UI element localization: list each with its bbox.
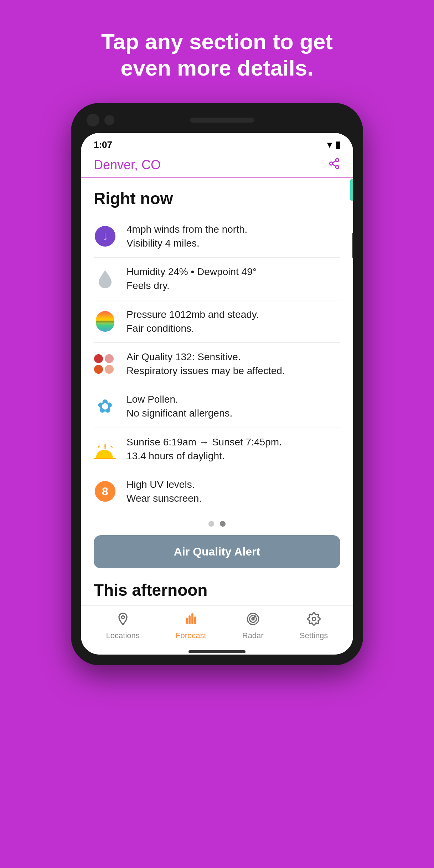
pressure-icon (96, 311, 114, 332)
pressure-text: Pressure 1012mb and steady. Fair conditi… (126, 308, 259, 335)
uv-icon-container: 8 (94, 480, 117, 503)
wind-icon: ↓ (95, 226, 115, 247)
wind-text: 4mph winds from the north. Visibility 4 … (126, 222, 247, 250)
svg-rect-9 (194, 617, 196, 624)
svg-rect-7 (188, 616, 190, 624)
sunrise-icon (94, 439, 116, 459)
locations-label: Locations (106, 631, 140, 640)
humidity-icon-container (94, 267, 117, 290)
pressure-item[interactable]: Pressure 1012mb and steady. Fair conditi… (94, 300, 340, 343)
locations-icon (116, 612, 130, 629)
air-quality-icon (94, 354, 116, 374)
air-quality-alert-button[interactable]: Air Quality Alert (94, 535, 340, 568)
side-buttons (352, 233, 353, 258)
svg-point-5 (122, 616, 124, 619)
radar-icon (246, 612, 260, 629)
sunrise-text: Sunrise 6:19am → Sunset 7:45pm. 13.4 hou… (126, 435, 282, 463)
bottom-nav: Locations Forecast (81, 605, 353, 647)
page-dots (81, 512, 353, 535)
phone-screen: 1:07 ▾ ▮ Denver, CO Right now ↓ (81, 133, 353, 655)
svg-line-3 (332, 164, 336, 166)
wind-item[interactable]: ↓ 4mph winds from the north. Visibility … (94, 215, 340, 258)
settings-icon (307, 612, 321, 629)
status-bar: 1:07 ▾ ▮ (81, 133, 353, 154)
right-now-section: Right now ↓ 4mph winds from the north. V… (81, 178, 353, 513)
page-dot-1 (208, 521, 214, 527)
location-header[interactable]: Denver, CO (81, 154, 353, 178)
svg-rect-8 (191, 614, 193, 624)
status-icons: ▾ ▮ (327, 139, 340, 150)
this-afternoon-section: This afternoon (81, 577, 353, 600)
nav-item-locations[interactable]: Locations (106, 612, 140, 640)
uv-text: High UV levels. Wear sunscreen. (126, 477, 202, 505)
pollen-icon: ✿ (97, 396, 113, 417)
phone-top-bar (81, 114, 353, 126)
home-bar (188, 650, 246, 653)
forecast-label: Forecast (176, 631, 206, 640)
page-dot-2 (220, 521, 226, 527)
air-quality-icon-container (94, 352, 117, 375)
svg-line-13 (253, 616, 256, 618)
time-display: 1:07 (94, 139, 112, 150)
scroll-indicator (350, 179, 353, 201)
nav-item-radar[interactable]: Radar (242, 612, 264, 640)
promo-text: Tap any section to get even more details… (73, 29, 361, 82)
phone-device: 1:07 ▾ ▮ Denver, CO Right now ↓ (71, 103, 363, 666)
camera-small (104, 115, 114, 125)
uv-icon: 8 (95, 481, 115, 502)
svg-rect-6 (186, 618, 188, 624)
share-icon[interactable] (328, 157, 340, 172)
uv-item[interactable]: 8 High UV levels. Wear sunscreen. (94, 470, 340, 512)
pressure-icon-container (94, 310, 117, 333)
pollen-icon-container: ✿ (94, 395, 117, 418)
camera-area (87, 114, 114, 126)
humidity-text: Humidity 24% • Dewpoint 49° Feels dry. (126, 265, 257, 293)
radar-label: Radar (242, 631, 264, 640)
right-now-title: Right now (94, 189, 340, 208)
svg-line-4 (332, 161, 336, 163)
sunrise-icon-container (94, 438, 117, 460)
pollen-item[interactable]: ✿ Low Pollen. No significant allergens. (94, 385, 340, 428)
humidity-item[interactable]: Humidity 24% • Dewpoint 49° Feels dry. (94, 258, 340, 300)
location-name: Denver, CO (94, 157, 161, 172)
speaker-bar (190, 118, 254, 123)
humidity-icon (96, 268, 114, 289)
forecast-icon (184, 612, 198, 629)
sunrise-item[interactable]: Sunrise 6:19am → Sunset 7:45pm. 13.4 hou… (94, 428, 340, 470)
nav-item-settings[interactable]: Settings (300, 612, 328, 640)
svg-point-14 (312, 618, 316, 621)
air-quality-item[interactable]: Air Quality 132: Sensitive. Respiratory … (94, 343, 340, 385)
camera-circle (87, 114, 99, 126)
wifi-icon: ▾ (327, 139, 332, 150)
wind-icon-container: ↓ (94, 225, 117, 248)
air-quality-text: Air Quality 132: Sensitive. Respiratory … (126, 350, 285, 378)
this-afternoon-title: This afternoon (94, 580, 340, 600)
battery-icon: ▮ (335, 139, 340, 150)
nav-item-forecast[interactable]: Forecast (176, 612, 206, 640)
settings-label: Settings (300, 631, 328, 640)
pollen-text: Low Pollen. No significant allergens. (126, 392, 232, 420)
